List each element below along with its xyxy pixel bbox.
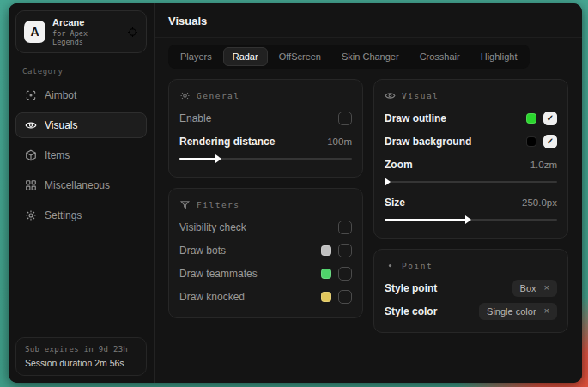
dot-icon: [385, 260, 396, 271]
color-swatch[interactable]: [526, 113, 536, 124]
draw-bots-checkbox[interactable]: ✓: [338, 244, 352, 257]
size-value: 250.0px: [522, 197, 557, 208]
zoom-slider[interactable]: [385, 177, 557, 187]
general-section: General Enable ✓ Rendering distance: [168, 79, 363, 178]
draw-background-row: Draw background ✓: [385, 130, 557, 153]
rendering-distance-label: Rendering distance: [179, 136, 275, 148]
style-color-select[interactable]: Single color ×: [479, 303, 557, 320]
tab-radar[interactable]: Radar: [223, 47, 268, 66]
content-area: General Enable ✓ Rendering distance: [155, 69, 582, 343]
check-icon: ✓: [547, 114, 554, 123]
style-color-row: Style color Single color ×: [385, 299, 557, 323]
slider-thumb[interactable]: [385, 178, 391, 186]
sidebar-item-label: Aimbot: [45, 89, 76, 101]
style-point-row: Style point Box ×: [385, 276, 557, 299]
tab-highlight[interactable]: Highlight: [471, 47, 527, 66]
size-slider[interactable]: [385, 215, 557, 225]
zoom-value: 1.0zm: [530, 160, 557, 170]
tab-offscreen[interactable]: OffScreen: [270, 47, 330, 66]
sidebar-item-label: Visuals: [45, 119, 77, 131]
visibility-check-checkbox[interactable]: ✓: [338, 221, 352, 234]
rendering-distance-value: 100m: [327, 136, 352, 147]
app-name: Arcane: [52, 17, 120, 27]
filters-section-header: Filters: [179, 199, 352, 210]
color-swatch[interactable]: [321, 245, 331, 256]
draw-knocked-checkbox[interactable]: ✓: [338, 290, 352, 304]
color-swatch[interactable]: [321, 292, 331, 302]
eye-icon: [25, 119, 37, 131]
check-icon: ✓: [547, 137, 554, 146]
general-section-header: General: [179, 90, 352, 101]
category-label: Category: [22, 67, 140, 76]
crosshair-icon[interactable]: [127, 27, 138, 38]
tab-bar: Players Radar OffScreen Skin Changer Cro…: [168, 45, 530, 69]
filter-icon: [179, 199, 191, 210]
desktop-background: A Arcane for Apex Legends Category: [0, 0, 588, 387]
color-swatch[interactable]: [321, 269, 331, 279]
draw-background-checkbox[interactable]: ✓: [543, 135, 557, 148]
visual-section-title: Visual: [402, 91, 439, 100]
sidebar-nav: Aimbot Visuals Ite: [15, 82, 147, 233]
slider-track: [385, 181, 557, 183]
size-row: Size 250.0px: [385, 190, 557, 214]
app-logo: A: [24, 21, 45, 43]
app-logo-card: A Arcane for Apex Legends: [15, 10, 147, 53]
sidebar-item-items[interactable]: Items: [15, 142, 147, 168]
sidebar-item-aimbot[interactable]: Aimbot: [15, 82, 147, 108]
cube-icon: [25, 149, 37, 161]
rendering-distance-slider[interactable]: [179, 154, 352, 164]
draw-teammates-checkbox[interactable]: ✓: [338, 267, 352, 281]
rendering-distance-row: Rendering distance 100m: [179, 130, 352, 153]
visibility-check-row: Visibility check ✓: [179, 215, 352, 239]
main-panel: Visuals Players Radar OffScreen Skin Cha…: [155, 3, 582, 383]
sidebar-item-label: Items: [45, 149, 70, 161]
slider-thumb[interactable]: [465, 215, 471, 224]
draw-knocked-label: Draw knocked: [179, 291, 245, 303]
visibility-check-label: Visibility check: [179, 221, 246, 233]
size-label: Size: [385, 197, 405, 209]
eye-icon: [385, 90, 396, 101]
draw-teammates-row: Draw teammates ✓: [179, 262, 352, 285]
sidebar-item-settings[interactable]: Settings: [15, 203, 147, 228]
draw-teammates-label: Draw teammates: [179, 268, 258, 280]
scan-target-icon: [25, 89, 37, 101]
sidebar-item-miscellaneous[interactable]: Miscellaneous: [15, 172, 147, 198]
tab-crosshair[interactable]: Crosshair: [410, 47, 470, 66]
filters-section: Filters Visibility check ✓: [168, 188, 363, 318]
tab-skin-changer[interactable]: Skin Changer: [332, 47, 409, 66]
sidebar: A Arcane for Apex Legends Category: [9, 3, 155, 383]
sidebar-item-label: Settings: [45, 209, 82, 221]
draw-outline-row: Draw outline ✓: [385, 106, 557, 130]
app-title-block: Arcane for Apex Legends: [52, 17, 120, 46]
enable-row: Enable ✓: [179, 106, 352, 130]
right-column: Visual Draw outline ✓: [373, 79, 568, 333]
draw-outline-checkbox[interactable]: ✓: [543, 112, 557, 125]
grid-icon: [25, 179, 37, 191]
slider-fill: [385, 219, 467, 221]
remove-icon[interactable]: ×: [544, 283, 549, 293]
tab-players[interactable]: Players: [171, 47, 221, 66]
zoom-label: Zoom: [385, 159, 413, 171]
style-point-select[interactable]: Box ×: [512, 280, 557, 297]
main-header: Visuals: [155, 3, 582, 38]
enable-checkbox[interactable]: ✓: [338, 112, 352, 125]
point-section-header: Point: [385, 260, 557, 271]
app-subtitle: for Apex Legends: [52, 29, 120, 46]
style-point-label: Style point: [385, 282, 437, 294]
slider-thumb[interactable]: [215, 154, 221, 163]
general-section-title: General: [197, 91, 240, 100]
slider-fill: [179, 158, 217, 160]
color-swatch[interactable]: [526, 136, 536, 147]
draw-outline-label: Draw outline: [385, 112, 446, 124]
sun-icon: [179, 90, 191, 101]
draw-knocked-row: Draw knocked ✓: [179, 285, 352, 308]
filters-section-title: Filters: [197, 200, 240, 209]
sub-expires-text: Sub expires in 9d 23h: [25, 345, 137, 354]
point-section: Point Style point Box ×: [373, 249, 568, 333]
sidebar-item-visuals[interactable]: Visuals: [15, 112, 147, 138]
app-window: A Arcane for Apex Legends Category: [9, 3, 582, 383]
draw-bots-label: Draw bots: [179, 245, 226, 257]
draw-bots-row: Draw bots ✓: [179, 239, 352, 262]
style-color-label: Style color: [385, 305, 437, 317]
remove-icon[interactable]: ×: [544, 306, 549, 316]
